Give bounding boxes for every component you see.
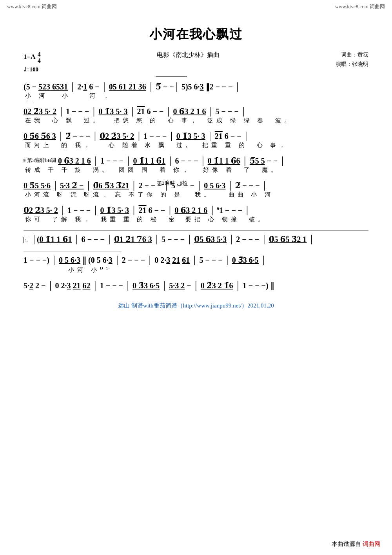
header-right: www.ktvc8.com 词曲网 [335,3,385,10]
song-title: 小河在我心飘过 [24,26,368,43]
score-line-3: 0 5̄6 5̅6 3 │ 2̈ − − − │ 0̄2 2̄3 5· 2 │ … [24,131,368,141]
footer-source: 本曲谱源自 词曲网 [332,540,380,548]
main-content: 小河在我心飘过 1=A 4 4 ♩=100 电影《南北少林》插曲 [0,10,392,333]
tempo: ♩=100 [24,65,41,75]
meta-left: 1=A 4 4 ♩=100 [24,50,41,75]
lyric-6: 你可 了解 我，我重 重 的 秘 密要把 心 锁撞 破。 [24,216,368,223]
row-8: 1 − − −) │ 0 5 6·3 ‖ (0 5 6·3 │ 2 − − − … [24,255,368,274]
lyric-2: 在我 心 飘 过。把悠 悠 的 心 事，泛成 绿 绿 春 波。 [24,117,368,124]
singer: 演唱：张晓明 [336,60,368,69]
score-line-5: 第2遍时，8拍 0 5̄5 5·6 │ 5·3 2̈ − │ 0̄6 5̄3 3… [24,181,368,190]
lyric-4: 转成 千 千 旋 涡。团团 围 着 你，好像 着 了 魔。 [24,166,368,174]
score-line-8: 1 − − −) │ 0 5 6·3 ‖ (0 5 6·3 │ 2 − − − … [24,255,368,265]
score-line-1: (5 − 523 6531 │ 2·1 6 − │ 05 61 21 36 │ … [24,82,368,91]
header: www.ktvc8.com 词曲网 www.ktvc8.com 词曲网 [0,0,392,10]
row-3: 0 5̄6 5̅6 3 │ 2̈ − − − │ 0̄2 2̄3 5· 2 │ … [24,131,368,149]
lyric-3: 而河上 的 我，心 随着 水 飘 过。把重 重 的 心 事， [24,142,368,149]
row-7: 1. │(0 1̄1 1 6̄1 │ 6 − − − │ 0̄1 2̄1 7̄6… [24,235,368,244]
lyric-5: 小河流 呀 流 呀流，忘 不了你 的 是我。曲曲 小 河 [24,191,368,198]
score-line-7: 1. │(0 1̄1 1 6̄1 │ 6 − − − │ 0̄1 2̄1 7̄6… [24,235,368,244]
row-1: (5 − 523 6531 │ 2·1 6 − │ 05 61 21 36 │ … [24,82,368,100]
score-line-9: 5·2 2 − │ 0 2·3 21 62 │ 1 − − − │ 0 3̄3 … [24,281,368,290]
notation-1: (5 − 523 6531 │ 2·1 6 − │ 05 61 21 36 │ … [24,82,240,91]
row-4: 𝄋 第3遍转bB调 0 6̄3 2 1 6 │ 1 − − − │ 0 1̄1 … [24,156,368,174]
source-text: 本曲谱源自 [332,541,361,547]
separator-1 [24,230,368,231]
meta-row: 1=A 4 4 ♩=100 电影《南北少林》插曲 词曲：黄霑 演唱：张晓明 [24,50,368,75]
row-9: 5·2 2 − │ 0 2·3 21 62 │ 1 − − − │ 0 3̄3 … [24,281,368,290]
meta-right: 词曲：黄霑 演唱：张晓明 [336,50,368,69]
score-line-2: 02 2̄3 5· 2 │ 1 − − − │ 0 1̄3 5· 3 │ 21 … [24,107,368,116]
score-section: (5 − 523 6531 │ 2·1 6 − │ 05 61 21 36 │ … [24,82,368,290]
subtitle: 电影《南北少林》插曲 [157,51,220,58]
key-time: 1=A 4 4 [24,50,41,64]
credit-text: 远山 制谱with番茄简谱（http://www.jianpu99.net/）2… [118,302,274,309]
meta-center: 电影《南北少林》插曲 [41,50,336,59]
composer: 词曲：黄霑 [336,50,368,60]
lyric-8: 小河 小DS [24,266,368,274]
time-sig: 4 4 [38,53,41,61]
source-link[interactable]: 词曲网 [363,541,380,547]
header-left: www.ktvc8.com 词曲网 [7,3,57,10]
separator-2 [24,251,122,251]
page: www.ktvc8.com 词曲网 www.ktvc8.com 词曲网 小河在我… [0,0,392,555]
row-5: 第2遍时，8拍 0 5̄5 5·6 │ 5·3 2̈ − │ 0̄6 5̄3 3… [24,181,368,198]
score-line-4: 𝄋 第3遍转bB调 0 6̄3 2 1 6 │ 1 − − − │ 0 1̄1 … [24,156,368,166]
row-2: 02 2̄3 5· 2 │ 1 − − − │ 0 1̄3 5· 3 │ 21 … [24,107,368,124]
score-line-6: 0̄2 2̅3 5· 2 │ 1 − − − │ 0 1̄3 5· 3 │ 21… [24,206,368,215]
key-label: 1=A [24,53,35,60]
footer-credit: 远山 制谱with番茄简谱（http://www.jianpu99.net/）2… [24,302,368,309]
lyric-1: 小河 小 河， [24,92,368,100]
row-6: 0̄2 2̅3 5· 2 │ 1 − − − │ 0 1̄3 5· 3 │ 21… [24,206,368,223]
